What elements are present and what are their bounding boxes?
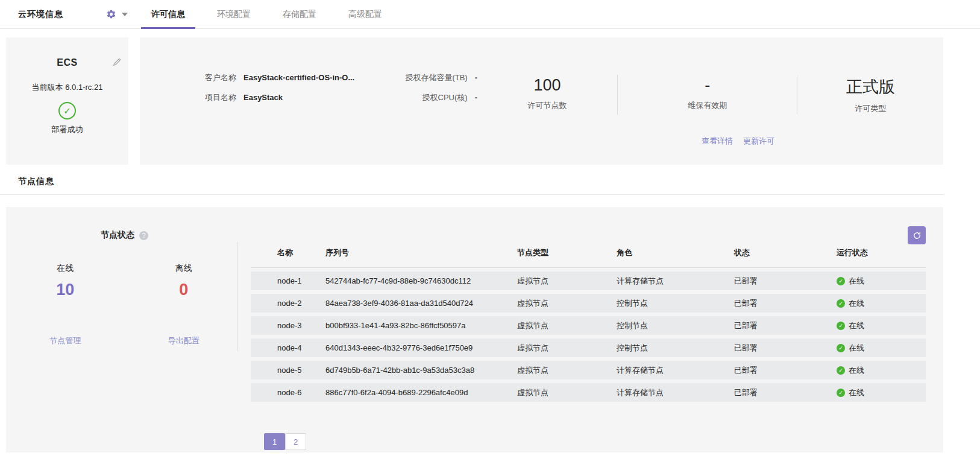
cell-node-type: 虚拟节点 [517,320,617,331]
license-type-stat: 正式版 许可类型 [797,72,943,121]
node-table: 名称 序列号 节点类型 角色 状态 运行状态 node-1 542744ab-f… [251,247,926,402]
running-status-text: 在线 [849,276,864,287]
online-check-icon [837,299,845,308]
license-links: 查看详情 更新许可 [702,136,774,147]
running-status-text: 在线 [849,387,864,398]
table-row: node-4 640d1343-eeec-4b32-9776-3ed6e1f75… [251,338,926,357]
cell-name: node-6 [251,388,325,397]
node-table-area: 名称 序列号 节点类型 角色 状态 运行状态 node-1 542744ab-f… [243,207,943,453]
top-bar: 云环境信息 许可信息 环境配置 存储配置 高级配置 [0,0,980,29]
page-header: 云环境信息 [0,0,139,28]
license-field-row: 项目名称 EasyStack 授权CPU(核) - [205,92,477,103]
node-info-panel: 节点状态 ? 在线 10 节点管理 离线 0 导出配置 名称 [6,207,943,453]
cell-serial: 84aea738-3ef9-4036-81aa-da31d540d724 [325,299,517,308]
col-header-serial: 序列号 [325,247,517,258]
chevron-down-icon[interactable] [122,13,128,16]
cell-running-status: 在线 [837,320,926,331]
table-row: node-6 886c77f0-6f2a-4094-b689-2296afc4e… [251,383,926,402]
col-header-status: 状态 [734,247,837,258]
cell-role: 控制节点 [617,298,734,309]
col-header-name: 名称 [251,247,325,258]
offline-count: 0 [125,281,243,299]
environment-name: ECS [6,57,128,68]
cell-node-type: 虚拟节点 [517,387,617,398]
deploy-status-text: 部署成功 [6,124,128,135]
online-label: 在线 [6,263,125,274]
cell-serial: 886c77f0-6f2a-4094-b689-2296afc4e09d [325,388,517,397]
version-value: 6.0.1-rc.21 [65,83,102,92]
cell-serial: 6d749b5b-6a71-42bb-ab1c-9a53da53c3a8 [325,366,517,375]
table-row: node-5 6d749b5b-6a71-42bb-ab1c-9a53da53c… [251,361,926,379]
cell-name: node-5 [251,366,325,375]
cell-status: 已部署 [734,365,837,376]
cpu-cores-field: 授权CPU(核) - [365,92,477,103]
refresh-icon [912,231,922,240]
online-check-icon [837,322,845,330]
offline-label: 离线 [125,263,243,274]
cell-status: 已部署 [734,343,837,354]
running-status-text: 在线 [849,298,864,309]
version-label: 当前版本 [32,83,63,92]
tab-storage-config[interactable]: 存储配置 [272,0,327,28]
edit-pencil-icon[interactable] [112,57,122,67]
deploy-success-check-icon: ✓ [58,102,76,119]
col-header-node-type: 节点类型 [517,247,617,258]
update-license-link[interactable]: 更新许可 [743,136,774,147]
cell-status: 已部署 [734,387,837,398]
cell-running-status: 在线 [837,365,926,376]
maintenance-validity-label: 维保有效期 [618,100,797,111]
view-details-link[interactable]: 查看详情 [702,136,733,147]
license-fields: 客户名称 EasyStack-certified-OS-in-O... 授权存储… [140,72,477,165]
node-manage-link[interactable]: 节点管理 [6,335,125,346]
customer-name-label: 客户名称 [205,72,236,83]
maintenance-validity-stat: - 维保有效期 [618,72,797,121]
tab-bar: 许可信息 环境配置 存储配置 高级配置 [141,0,404,28]
node-status-header: 节点状态 ? [6,230,243,241]
page-button-1[interactable]: 1 [264,433,285,450]
cell-serial: 542744ab-fc77-4c9d-88eb-9c74630dc112 [325,276,517,285]
cell-role: 计算存储节点 [617,365,734,376]
cell-name: node-3 [251,321,325,330]
tab-env-config[interactable]: 环境配置 [207,0,261,28]
licensed-nodes-stat: 100 许可节点数 [477,72,617,121]
export-config-link[interactable]: 导出配置 [125,335,243,346]
cell-running-status: 在线 [837,298,926,309]
tab-advanced-config[interactable]: 高级配置 [338,0,392,28]
node-status-counters: 在线 10 节点管理 离线 0 导出配置 [6,263,243,346]
environment-card: ECS 当前版本 6.0.1-rc.21 ✓ 部署成功 [6,37,128,165]
cell-serial: b00bf933-1e41-4a93-82bc-86ffcf50597a [325,321,517,330]
online-count: 10 [6,281,125,299]
page-button-2[interactable]: 2 [285,433,306,450]
license-type-label: 许可类型 [797,103,943,114]
help-icon[interactable]: ? [139,231,148,240]
header-actions [106,9,139,19]
online-check-icon [837,277,845,285]
refresh-button[interactable] [908,226,926,244]
node-info-section-title: 节点信息 [0,176,943,195]
cell-running-status: 在线 [837,343,926,354]
tab-license-info[interactable]: 许可信息 [141,0,195,28]
cell-role: 计算存储节点 [617,276,734,287]
cell-status: 已部署 [734,276,837,287]
customer-name-value: EasyStack-certified-OS-in-O... [243,73,354,82]
online-check-icon [837,389,845,397]
license-stats: 100 许可节点数 - 维保有效期 正式版 许可类型 [477,72,943,121]
cpu-cores-label: 授权CPU(核) [422,92,468,103]
maintenance-validity-value: - [618,76,797,95]
license-field-row: 客户名称 EasyStack-certified-OS-in-O... 授权存储… [205,72,477,83]
cell-role: 控制节点 [617,343,734,354]
cell-role: 控制节点 [617,320,734,331]
col-header-role: 角色 [617,247,734,258]
running-status-text: 在线 [849,343,864,354]
running-status-text: 在线 [849,320,864,331]
licensed-nodes-value: 100 [477,76,617,95]
cell-running-status: 在线 [837,387,926,398]
gear-icon[interactable] [106,9,116,19]
divider [237,242,237,351]
table-row: node-1 542744ab-fc77-4c9d-88eb-9c74630dc… [251,272,926,290]
cell-role: 计算存储节点 [617,387,734,398]
node-status-summary: 节点状态 ? 在线 10 节点管理 离线 0 导出配置 [6,207,243,453]
cell-node-type: 虚拟节点 [517,343,617,354]
running-status-text: 在线 [849,365,864,376]
online-check-icon [837,366,845,375]
